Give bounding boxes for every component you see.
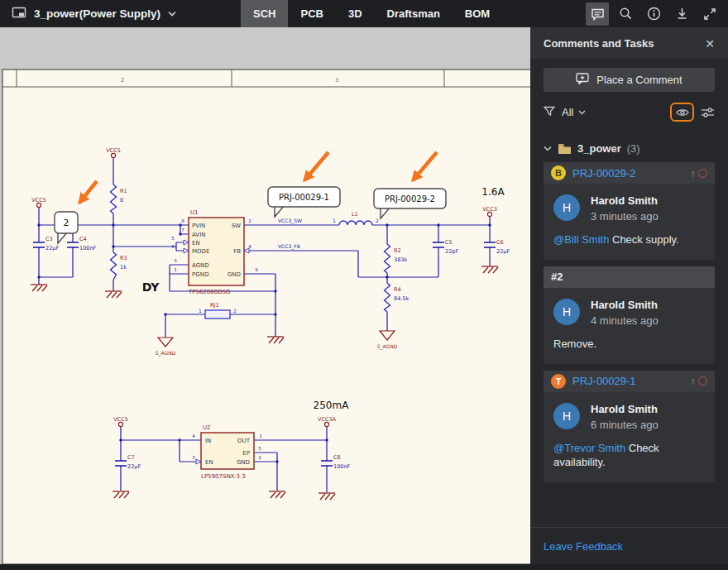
- comment-text-body: Check supply.: [612, 233, 679, 246]
- sliders-icon: [701, 107, 715, 118]
- avatar: H: [553, 403, 580, 429]
- altium-viewer-window: 3_power(Power Supply) SCH PCB 3D Draftsm…: [0, 0, 728, 570]
- sheet-folder-icon: [558, 143, 572, 155]
- tab-3d[interactable]: 3D: [336, 0, 375, 27]
- value: 100nF: [333, 463, 351, 470]
- bottom-bar: [0, 564, 728, 570]
- value: 84.5k: [394, 295, 409, 302]
- close-icon[interactable]: ✕: [705, 38, 715, 50]
- part-u2: LP5907SNX-3.3: [201, 473, 246, 480]
- pin-name: EN: [192, 240, 200, 247]
- comment-number: #2: [551, 271, 563, 283]
- comment-timestamp: 3 minutes ago: [591, 210, 659, 223]
- top-bar: 3_power(Power Supply) SCH PCB 3D Draftsm…: [0, 0, 728, 27]
- pin-number: 5: [171, 236, 175, 241]
- pin-name: MODE: [192, 248, 209, 255]
- comment-text-body: Remove.: [553, 338, 596, 350]
- schematic-canvas[interactable]: 2 3: [0, 27, 530, 564]
- sheet-name: 3_power: [577, 142, 621, 155]
- pin-number: 1: [174, 267, 177, 272]
- comment-card-header[interactable]: #2: [544, 266, 715, 288]
- leave-feedback-link[interactable]: Leave Feedback: [544, 540, 623, 553]
- pin-name: GND: [228, 271, 241, 278]
- comment-marker-label: PRJ-00029-2: [385, 194, 435, 204]
- tab-draftsman[interactable]: Draftsman: [375, 0, 453, 27]
- place-comment-button[interactable]: Place a Comment: [544, 68, 715, 92]
- designator: C8: [333, 454, 341, 461]
- annotation-current-2: 250mA: [314, 400, 350, 411]
- avatar: H: [553, 194, 580, 221]
- pin-number: 2: [258, 455, 261, 460]
- comment-card-2: #2 H Harold Smith 4 minutes ago Remove.: [544, 266, 715, 364]
- comments-icon[interactable]: [586, 2, 609, 26]
- card-header-icons: ↑: [691, 168, 708, 179]
- pin-name: AGND: [192, 262, 209, 269]
- designator: C7: [127, 454, 135, 461]
- task-id-link[interactable]: PRJ-00029-1: [572, 375, 636, 387]
- card-header-icons: ↑: [691, 376, 708, 386]
- designator: RJ1: [210, 302, 219, 309]
- annotation-dy: DY: [142, 280, 160, 294]
- value: 22pF: [445, 248, 458, 255]
- designator: C6: [496, 239, 504, 246]
- annotation-current-1: 1.6A: [481, 186, 505, 198]
- filter-row: All: [544, 103, 715, 122]
- net-label-vcc5: VCC5: [106, 147, 121, 154]
- part-u1: TPS62060DSG: [188, 289, 230, 295]
- sheet-tree-item[interactable]: 3_power (3): [544, 142, 715, 155]
- search-icon[interactable]: [614, 2, 637, 26]
- designator: R2: [394, 247, 401, 254]
- pin-number: 7: [181, 228, 184, 232]
- task-id-link[interactable]: PRJ-00029-2: [572, 167, 636, 180]
- toolbar-icons: [586, 2, 728, 26]
- funnel-icon: [544, 105, 555, 120]
- mention-link[interactable]: @Trevor Smith: [553, 442, 625, 454]
- comment-card-prj-00029-1: T PRJ-00029-1 ↑ H Harold Smith 6 minu: [544, 371, 715, 482]
- comment-card-header[interactable]: T PRJ-00029-1 ↑: [544, 371, 715, 392]
- toggle-comment-visibility-button[interactable]: [670, 103, 694, 122]
- mention-link[interactable]: @Bill Smith: [553, 233, 609, 246]
- task-badge: T: [551, 374, 566, 389]
- pin-name: AVIN: [192, 232, 205, 238]
- pin-name: FB: [233, 248, 241, 255]
- comment-card-prj-00029-2: B PRJ-00029-2 ↑ H Harold Smith 3 minu: [544, 162, 715, 260]
- sheet-comment-count: (3): [627, 142, 640, 155]
- comment-plus-icon: [576, 73, 589, 87]
- comment-settings-button[interactable]: [701, 107, 715, 118]
- tab-pcb[interactable]: PCB: [288, 0, 335, 27]
- info-icon[interactable]: [642, 2, 665, 26]
- pin-number: 5: [258, 446, 261, 451]
- author-name: Harold Smith: [591, 299, 659, 311]
- designator: C5: [445, 239, 453, 246]
- chevron-down-icon: [578, 110, 586, 115]
- filter-all-dropdown[interactable]: All: [562, 106, 586, 118]
- value: 0: [120, 197, 123, 204]
- document-selector[interactable]: 3_power(Power Supply): [0, 6, 186, 22]
- fullscreen-icon[interactable]: [698, 2, 721, 26]
- comments-list[interactable]: 3_power (3) B PRJ-00029-2 ↑: [530, 122, 728, 527]
- comment-timestamp: 6 minutes ago: [591, 419, 659, 431]
- designator: R4: [394, 286, 401, 293]
- tab-bom[interactable]: BOM: [453, 0, 502, 27]
- comment-marker-label: PRJ-00029-1: [279, 193, 329, 202]
- download-icon[interactable]: [670, 2, 693, 26]
- comment-card-header[interactable]: B PRJ-00029-2 ↑: [544, 162, 715, 184]
- priority-up-icon: ↑: [691, 376, 697, 386]
- designator-u2: U2: [203, 424, 211, 431]
- place-comment-label: Place a Comment: [596, 74, 682, 86]
- schematic-sheet-icon: [12, 6, 26, 22]
- author-name: Harold Smith: [591, 194, 659, 207]
- author-name: Harold Smith: [591, 403, 659, 415]
- pin-number: 3: [174, 258, 177, 263]
- pin-number: 6: [171, 244, 175, 249]
- designator: C3: [46, 236, 53, 242]
- pin-number: 3: [192, 455, 195, 460]
- comment-card-body: H Harold Smith 4 minutes ago Remove.: [544, 288, 715, 364]
- pin-number: 8: [181, 218, 184, 223]
- comment-card-body: H Harold Smith 3 minutes ago @Bill Smith…: [544, 184, 715, 260]
- net-label-vcc5: VCC5: [31, 197, 46, 204]
- tab-sch[interactable]: SCH: [241, 0, 288, 27]
- status-open-icon: [698, 169, 707, 178]
- chevron-down-icon: [544, 146, 552, 151]
- panel-header: Comments and Tasks ✕: [530, 27, 728, 59]
